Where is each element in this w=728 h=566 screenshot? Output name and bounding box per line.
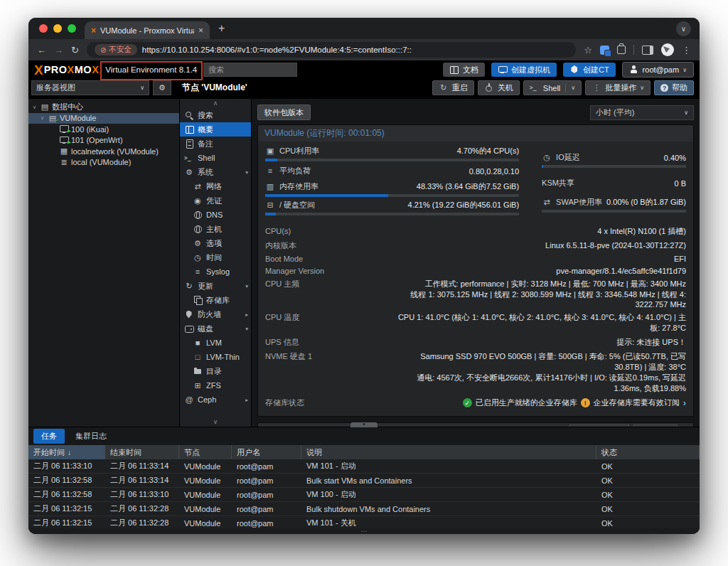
menu-item-disks[interactable]: 磁盘▾: [180, 321, 251, 336]
caret-down-icon: ▾: [245, 283, 248, 289]
tab-close-icon[interactable]: ×: [198, 26, 203, 36]
task-row[interactable]: 二月 06 11:32:15二月 06 11:32:28VUModuleroot…: [28, 516, 700, 528]
detail-value: Linux 6.5.11-8-pve (2024-01-30T12:27Z): [393, 241, 686, 250]
documentation-button[interactable]: 文档: [443, 63, 485, 77]
menu-item-notes[interactable]: 备注: [180, 137, 251, 151]
detail-value: 4 x Intel(R) N100 (1 插槽): [393, 226, 686, 237]
forward-icon[interactable]: →: [54, 45, 63, 55]
menu-scroll-down[interactable]: ∨: [180, 419, 251, 427]
menu-item-certificates[interactable]: ◉凭证: [180, 193, 251, 208]
bookmark-star-icon[interactable]: ☆: [584, 45, 592, 55]
extensions-puzzle-icon[interactable]: [617, 46, 626, 54]
tree-item-storage-local[interactable]: ≣local (VUModule): [28, 157, 179, 169]
panel-splitter-handle[interactable]: ▾: [350, 422, 378, 427]
menu-item-dns[interactable]: DNS: [180, 208, 251, 222]
browser-tab[interactable]: × VUModule - Proxmox Virtual E ×: [85, 21, 210, 39]
menu-item-zfs[interactable]: ⊞ZFS: [180, 378, 251, 393]
network-arrows-icon: ⇄: [193, 182, 203, 191]
stat-value: 0.00% (0 B的1.87 GiB): [606, 197, 686, 208]
column-header-4[interactable]: 说明: [301, 445, 596, 459]
profile-avatar[interactable]: [661, 43, 674, 56]
expand-caret-icon[interactable]: ∨: [31, 105, 38, 110]
expand-caret-icon[interactable]: ∨: [39, 115, 46, 121]
menu-scroll-up[interactable]: ∧: [180, 100, 251, 108]
cell-end-time: 二月 06 11:32:28: [105, 502, 179, 516]
menu-item-options[interactable]: ⚙选项: [180, 236, 251, 250]
node-details: CPU(s)4 x Intel(R) N100 (1 插槽)内核版本Linux …: [258, 223, 693, 416]
menu-item-ceph[interactable]: @Ceph▸: [180, 393, 251, 407]
pve-subheader: 服务器视图 ∨ ⚙ 节点 'VUModule' ↻ 重启 关机 Shell ∨ …: [28, 79, 700, 99]
browser-window: × VUModule - Proxmox Virtual E × + ∨ ← →…: [28, 18, 700, 534]
back-icon[interactable]: ←: [37, 45, 46, 55]
close-window-button[interactable]: [39, 24, 48, 33]
tree-item-label: localnetwork (VUModule): [71, 147, 159, 156]
task-row[interactable]: 二月 06 11:32:58二月 06 11:33:14VUModuleroot…: [28, 474, 700, 488]
column-label: 用户名: [237, 447, 260, 458]
menu-item-time[interactable]: ◷时间: [180, 250, 251, 265]
package-versions-button[interactable]: 软件包版本: [257, 105, 311, 120]
certificates-icon: ◉: [193, 196, 203, 205]
column-header-1[interactable]: 结束时间: [105, 445, 179, 459]
help-button[interactable]: ? 帮助: [654, 80, 694, 95]
menu-item-updates[interactable]: ↻更新▾: [180, 279, 251, 293]
caret-right-icon: ▸: [245, 311, 248, 318]
security-badge[interactable]: ⊘ 不安全: [95, 44, 137, 55]
column-header-0[interactable]: 开始时间↓: [28, 445, 105, 459]
side-panel-icon[interactable]: [642, 46, 653, 55]
docs-icon: [449, 65, 459, 75]
task-row[interactable]: 二月 06 11:32:58二月 06 11:33:10VUModuleroot…: [28, 488, 700, 502]
task-row[interactable]: 二月 06 11:33:10二月 06 11:33:14VUModuleroot…: [28, 459, 700, 474]
tree-item-datacenter[interactable]: ∨▤数据中心: [28, 102, 179, 113]
minimize-window-button[interactable]: [53, 24, 62, 33]
zoom-window-button[interactable]: [68, 24, 76, 33]
menu-item-network[interactable]: ⇄网络: [180, 179, 251, 193]
menu-item-lvm-thin[interactable]: □LVM-Thin: [180, 350, 251, 364]
tree-item-node-vumodule[interactable]: ∨▤✓VUModule: [28, 113, 179, 124]
menu-item-lvm[interactable]: ■LVM: [180, 336, 251, 350]
menu-item-shell[interactable]: Shell: [180, 151, 251, 165]
repo-ok-text: 已启用生产就绪的企业存储库: [476, 397, 577, 408]
global-search-input[interactable]: [203, 63, 297, 77]
address-bar[interactable]: ⊘ 不安全 https://10.10.10.254:8006/#v1:0:=n…: [87, 42, 576, 58]
column-header-2[interactable]: 节点: [179, 445, 232, 459]
new-tab-button[interactable]: +: [218, 22, 225, 35]
menu-item-label: Syslog: [206, 267, 230, 276]
menu-item-hosts[interactable]: 主机: [180, 222, 251, 236]
logo-x-mark: X: [34, 63, 43, 77]
column-header-5[interactable]: 状态: [596, 445, 700, 459]
chevron-right-icon[interactable]: ›: [683, 397, 686, 408]
column-header-3[interactable]: 用户名: [232, 445, 301, 459]
tree-settings-button[interactable]: ⚙: [153, 80, 171, 95]
view-mode-select[interactable]: 服务器视图 ∨: [31, 80, 149, 95]
menu-item-directory[interactable]: 目录: [180, 364, 251, 378]
tab-cluster-log[interactable]: 集群日志: [68, 429, 114, 444]
user-menu-button[interactable]: root@pam ∨: [622, 62, 694, 78]
menu-item-syslog[interactable]: ≡Syslog: [180, 265, 251, 279]
menu-item-summary[interactable]: 概要: [180, 122, 251, 137]
time-range-select[interactable]: 小时 (平均) ∨: [590, 105, 694, 120]
extension-icon[interactable]: [600, 46, 609, 55]
tab-search-button[interactable]: ∨: [676, 21, 691, 36]
browser-menu-icon[interactable]: ⋮: [682, 45, 691, 55]
restart-button[interactable]: ↻ 重启: [432, 80, 474, 95]
stat-label: / 硬盘空间: [279, 200, 315, 210]
task-row[interactable]: 二月 06 11:32:15二月 06 11:32:28VUModuleroot…: [28, 502, 700, 516]
menu-item-system[interactable]: ⚙系统▾: [180, 165, 251, 179]
cell-node: VUModule: [179, 459, 232, 473]
menu-item-repositories[interactable]: 存储库: [180, 293, 251, 307]
reload-icon[interactable]: ↻: [71, 45, 79, 55]
create-vm-button[interactable]: 创建虚拟机: [491, 63, 557, 77]
shell-button[interactable]: Shell ∨: [523, 80, 582, 95]
stat-value: 4.21% (19.22 GiB的456.01 GiB): [408, 200, 520, 210]
tree-item-vm-101[interactable]: ▶101 (OpenWrt): [28, 135, 179, 146]
shutdown-button[interactable]: 关机: [478, 80, 520, 95]
tree-item-storage-localnetwork[interactable]: ▦localnetwork (VUModule): [28, 146, 179, 157]
caret-down-icon[interactable]: ∨: [571, 85, 575, 91]
tab-tasks[interactable]: 任务: [33, 429, 65, 444]
tree-item-vm-100[interactable]: ▶100 (iKuai): [28, 124, 179, 135]
menu-item-firewall[interactable]: 防火墙▸: [180, 307, 251, 321]
create-ct-button[interactable]: 创建CT: [563, 63, 616, 77]
bulk-actions-button[interactable]: ⋮ 批量操作 ∨: [585, 80, 651, 95]
menu-item-search[interactable]: 搜索: [180, 108, 251, 122]
resize-grip[interactable]: ⋯: [28, 528, 700, 534]
